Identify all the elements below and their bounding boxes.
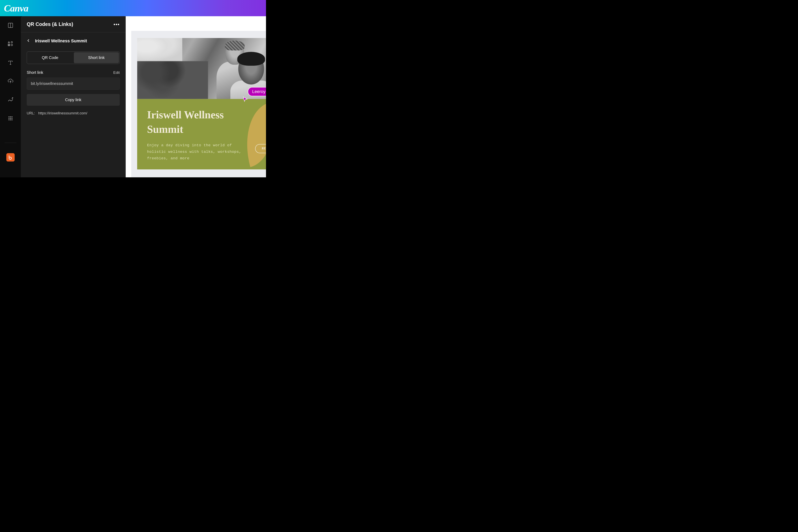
svg-rect-10 xyxy=(8,116,9,117)
apps-icon[interactable] xyxy=(7,115,14,121)
tool-sidebar xyxy=(0,16,21,177)
templates-icon[interactable] xyxy=(7,22,14,28)
elements-icon[interactable] xyxy=(7,41,14,47)
panel-header: QR Codes (& Links) ••• xyxy=(21,16,126,33)
canvas-area[interactable]: Iriswell Wellness Summit Enjoy a day div… xyxy=(126,16,266,177)
summit-title[interactable]: Iriswell Wellness Summit xyxy=(147,108,256,136)
content-section[interactable]: Iriswell Wellness Summit Enjoy a day div… xyxy=(137,99,266,169)
copy-link-button[interactable]: Copy link xyxy=(27,94,120,106)
svg-rect-13 xyxy=(8,118,9,119)
short-link-input[interactable]: bit.ly/iriswellnesssummit xyxy=(27,78,120,90)
short-link-label: Short link xyxy=(27,70,43,75)
project-title: Iriswell Wellness Summit xyxy=(35,38,87,43)
panel-menu-icon[interactable]: ••• xyxy=(114,22,120,27)
panel-content: Iriswell Wellness Summit QR Code Short l… xyxy=(21,33,126,121)
hero-photo[interactable] xyxy=(137,38,266,99)
collaborator-name-label: Leeroy xyxy=(248,87,266,96)
svg-point-2 xyxy=(11,42,12,43)
back-arrow-icon[interactable] xyxy=(27,39,30,43)
svg-rect-17 xyxy=(10,119,11,120)
svg-rect-18 xyxy=(12,119,12,120)
uploads-icon[interactable] xyxy=(7,78,14,84)
url-display: URL: https://iriswellnesssummit.com/ xyxy=(27,111,120,115)
main-area: QR Codes (& Links) ••• Iriswell Wellness… xyxy=(0,16,266,177)
url-value: https://iriswellnesssummit.com/ xyxy=(38,111,87,115)
svg-point-3 xyxy=(11,44,13,46)
svg-rect-12 xyxy=(12,116,12,117)
design-card[interactable]: Iriswell Wellness Summit Enjoy a day div… xyxy=(137,38,266,169)
panel-title: QR Codes (& Links) xyxy=(27,21,73,27)
tab-qr-code[interactable]: QR Code xyxy=(27,52,73,63)
svg-rect-14 xyxy=(10,118,11,119)
short-link-label-row: Short link Edit xyxy=(27,70,120,75)
back-row[interactable]: Iriswell Wellness Summit xyxy=(27,38,120,43)
edit-link[interactable]: Edit xyxy=(113,71,120,75)
register-button-partial[interactable]: RE xyxy=(255,144,266,153)
app-header: Canva xyxy=(0,0,266,16)
photo-trees xyxy=(137,61,208,99)
url-label: URL: xyxy=(27,111,35,115)
svg-rect-16 xyxy=(8,119,9,120)
canva-logo[interactable]: Canva xyxy=(4,3,28,14)
svg-rect-15 xyxy=(12,118,12,119)
tab-toggle-group: QR Code Short link xyxy=(27,52,120,64)
summit-description[interactable]: Enjoy a day diving into the world of hol… xyxy=(147,142,242,162)
cursor-pointer-icon xyxy=(242,96,248,103)
side-panel: QR Codes (& Links) ••• Iriswell Wellness… xyxy=(21,16,126,177)
bitly-app-icon[interactable] xyxy=(6,153,15,162)
draw-icon[interactable] xyxy=(7,97,14,103)
text-icon[interactable] xyxy=(7,59,14,66)
tab-short-link[interactable]: Short link xyxy=(74,52,119,63)
svg-rect-11 xyxy=(10,116,11,117)
